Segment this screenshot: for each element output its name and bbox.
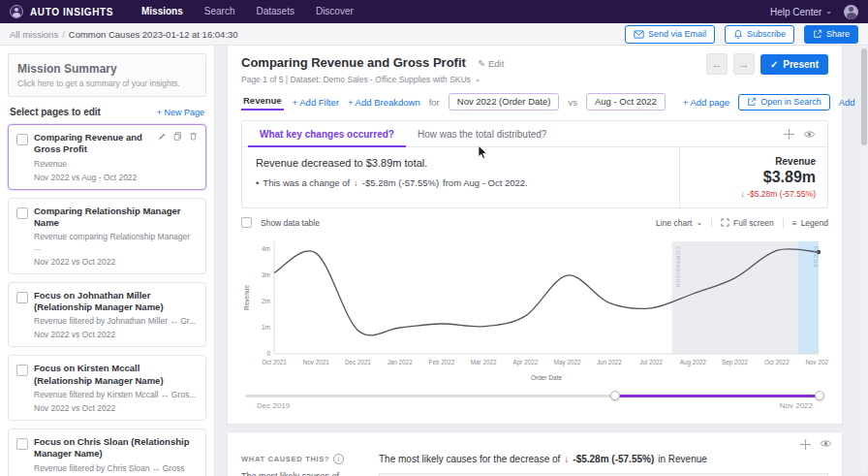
for-label: for	[429, 97, 440, 108]
scrollbar-thumb[interactable]	[861, 48, 867, 145]
breadcrumb-separator: /	[62, 29, 65, 40]
duplicate-page-icon[interactable]	[173, 132, 182, 141]
breadcrumb-current: Common Causes 2023-01-12 at 16:04:30	[69, 29, 238, 40]
x-tick-label: Oct 2022	[764, 359, 790, 365]
nav-item-discover[interactable]: Discover	[305, 0, 364, 23]
page-card-description: Revenue filtered by Chris Sloan ↔ Gross …	[34, 463, 198, 476]
legend-button[interactable]: ≡ Legend	[792, 218, 828, 228]
sidebar-page-card[interactable]: Comparing Relationship Manager Name Reve…	[8, 198, 206, 274]
share-button[interactable]: Share	[804, 25, 858, 44]
full-screen-button[interactable]: Full screen	[721, 218, 774, 228]
add-button[interactable]: Add	[839, 97, 855, 108]
chevron-down-icon: ⌄	[825, 8, 832, 16]
show-data-table-checkbox[interactable]	[241, 217, 252, 228]
move-widget-icon[interactable]	[784, 129, 794, 140]
page-title: Comparing Revenue and Gross Profit	[241, 55, 466, 70]
edit-page-icon[interactable]	[158, 132, 167, 141]
open-external-icon	[747, 97, 757, 107]
tab-total-distributed[interactable]: How was the total distributed?	[406, 121, 558, 147]
y-tick-label: 1m	[262, 324, 270, 331]
chart-region	[672, 241, 798, 354]
metric-pill[interactable]: Revenue	[241, 93, 284, 111]
x-tick-label: Dec 2021	[345, 359, 371, 365]
info-icon[interactable]: i	[333, 454, 344, 464]
down-arrow-icon: ↓	[564, 454, 569, 464]
top-nav: AUTO INSIGHTS Missions Search Datasets D…	[0, 0, 868, 23]
insight-bullet: • This was a change of ↓ -$5.28m (-57.55…	[256, 177, 666, 188]
arrow-right-icon: →	[738, 58, 749, 70]
page-checkbox[interactable]	[16, 207, 28, 219]
subscribe-button[interactable]: Subscribe	[725, 25, 794, 44]
sidebar-page-card[interactable]: Focus on Kirsten Mccall (Relationship Ma…	[8, 355, 206, 421]
page-card-description: Revenue	[34, 159, 198, 170]
help-center-link[interactable]: Help Center ⌄	[770, 7, 832, 17]
tab-key-changes[interactable]: What key changes occurred?	[248, 121, 406, 147]
new-page-button[interactable]: + New Page	[157, 108, 204, 117]
user-avatar[interactable]	[844, 5, 858, 19]
page-checkbox[interactable]	[16, 365, 28, 376]
slider-selected-range[interactable]	[615, 395, 821, 397]
focus-period-chip[interactable]: Nov 2022 (Order Date)	[449, 93, 560, 111]
x-tick-label: Mar 2022	[471, 359, 497, 365]
mission-summary-title: Mission Summary	[17, 62, 197, 76]
x-tick-label: Nov 2021	[303, 359, 329, 365]
page-scrollbar[interactable]	[861, 47, 867, 474]
x-tick-label: May 2022	[554, 359, 581, 366]
present-button[interactable]: ✓ Present	[760, 54, 828, 75]
x-tick-label: Jul 2022	[639, 359, 663, 365]
slider-track[interactable]	[245, 395, 824, 397]
bell-icon	[733, 29, 743, 40]
edit-title-button[interactable]: ✎ Edit	[478, 58, 504, 69]
visibility-eye-icon[interactable]	[820, 439, 832, 450]
chevron-down-icon[interactable]: ⌄	[475, 76, 481, 83]
open-in-search-button[interactable]: Open in Search	[738, 94, 830, 111]
page-card-period: Nov 2022 vs Oct 2022	[34, 330, 198, 339]
y-tick-label: 4m	[262, 245, 270, 252]
page-checkbox[interactable]	[16, 134, 28, 145]
slider-handle-start[interactable]	[610, 391, 620, 400]
slider-handle-end[interactable]	[815, 391, 824, 400]
comparison-period-chip[interactable]: Aug - Oct 2022	[586, 93, 666, 111]
chart-type-dropdown[interactable]: Line chart ⌄	[656, 218, 702, 228]
sidebar-page-card[interactable]: Focus on Johnathan Miller (Relationship …	[8, 282, 206, 348]
filter-bar: Revenue + Add Filter + Add Breakdown for…	[241, 93, 828, 111]
page-card-title: Focus on Johnathan Miller (Relationship …	[34, 290, 198, 314]
bullet-icon: •	[256, 177, 259, 188]
mission-summary-box[interactable]: Mission Summary Click here to get a summ…	[8, 53, 206, 97]
chart-region-label: FOCUS	[813, 246, 819, 268]
what-caused-this-text: The most likely causes of change for Rev…	[241, 470, 359, 476]
y-tick-label: 3m	[262, 271, 270, 278]
add-page-button[interactable]: + Add page	[683, 97, 729, 108]
add-breakdown-button[interactable]: + Add Breakdown	[348, 97, 420, 108]
nav-item-datasets[interactable]: Datasets	[245, 0, 304, 23]
sidebar-page-card[interactable]: Comparing Revenue and Gross Profit Reven…	[8, 124, 206, 190]
next-page-button[interactable]: →	[733, 53, 755, 75]
breadcrumb-all-missions[interactable]: All missions	[10, 29, 58, 40]
page-card-period: Nov 2022 vs Oct 2022	[34, 403, 198, 413]
page-checkbox[interactable]	[16, 438, 28, 450]
move-widget-icon[interactable]	[800, 439, 811, 450]
app-logo-icon[interactable]	[10, 5, 23, 18]
nav-item-search[interactable]: Search	[194, 0, 246, 23]
add-filter-button[interactable]: + Add Filter	[293, 97, 339, 108]
page-list: Comparing Revenue and Gross Profit Reven…	[0, 124, 214, 476]
down-arrow-icon: ↓	[354, 177, 358, 188]
what-caused-this-heading: WHAT CAUSED THIS? i	[241, 454, 359, 464]
chart-region-label: COMPARISON	[675, 246, 681, 288]
sidebar: Mission Summary Click here to get a summ…	[0, 46, 215, 476]
brand-title: AUTO INSIGHTS	[30, 7, 113, 17]
x-tick-label: Apr 2022	[513, 359, 539, 366]
page-checkbox[interactable]	[16, 292, 28, 303]
pencil-icon: ✎	[478, 58, 485, 69]
show-data-table-toggle[interactable]: Show data table	[241, 217, 320, 228]
previous-page-button[interactable]: ←	[706, 53, 728, 75]
visibility-eye-icon[interactable]	[803, 130, 816, 139]
y-axis-title: Revenue	[243, 285, 250, 310]
page-panel: Comparing Revenue and Gross Profit ✎ Edi…	[227, 46, 843, 425]
send-via-email-button[interactable]: Send via Email	[625, 25, 715, 44]
delete-page-icon[interactable]	[189, 132, 198, 141]
page-card-title: Focus on Chris Sloan (Relationship Manag…	[34, 436, 198, 460]
sidebar-page-card[interactable]: Focus on Chris Sloan (Relationship Manag…	[8, 428, 206, 476]
nav-item-missions[interactable]: Missions	[131, 0, 194, 23]
revenue-line-chart[interactable]: 01m2m3m4mOct 2021Nov 2021Dec 2021Jan 202…	[241, 232, 828, 387]
